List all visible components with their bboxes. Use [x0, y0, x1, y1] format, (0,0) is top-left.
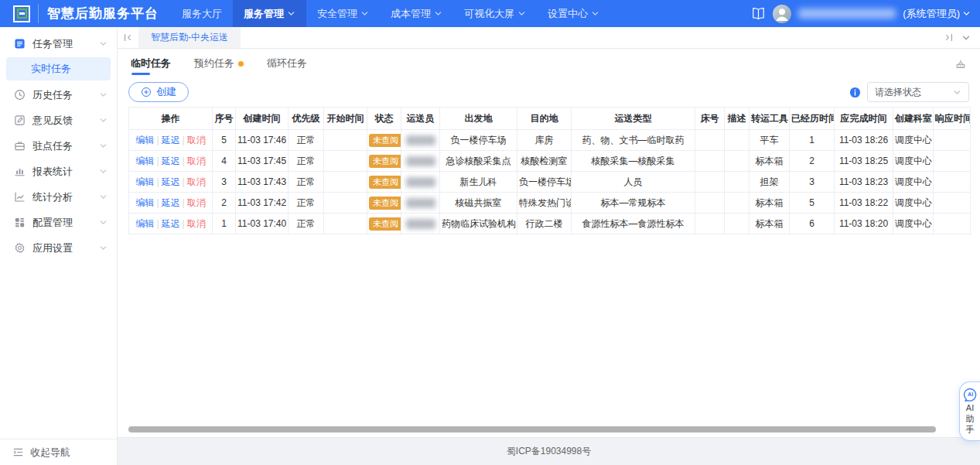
user-role-dropdown[interactable]: (系统管理员): [903, 7, 971, 21]
sidebar-item-feedback[interactable]: 意见反馈: [0, 108, 117, 133]
collapse-nav-button[interactable]: 收起导航: [0, 439, 117, 465]
cell-elapsed: 5: [790, 193, 835, 214]
status-badge: 未查阅: [369, 176, 401, 189]
sidebar-item-statistical-analysis[interactable]: 统计分析: [0, 184, 117, 210]
cell-created: 11-03 17:42: [236, 193, 289, 214]
cell-dept: 调度中心: [893, 214, 934, 234]
sidebar-item-report-statistics[interactable]: 报表统计: [0, 159, 117, 184]
delay-link[interactable]: 延迟: [162, 197, 180, 208]
cell-start: [324, 130, 367, 151]
footer: 蜀ICP备19034998号: [118, 437, 980, 465]
topnav-item-service-hall[interactable]: 服务大厅: [171, 0, 233, 27]
top-navigation: 服务大厅 服务管理 安全管理 成本管理 可视化大屏 设置中心: [171, 0, 610, 27]
tabs-scroll-right-icon[interactable]: [944, 32, 954, 43]
cell-dept: 调度中心: [893, 130, 934, 151]
topnav-item-settings-center[interactable]: 设置中心: [537, 0, 610, 27]
tabs-menu-chevron-icon[interactable]: [961, 33, 971, 43]
topnav-item-cost-management[interactable]: 成本管理: [380, 0, 453, 27]
info-icon[interactable]: [849, 87, 861, 98]
avatar[interactable]: [773, 5, 791, 23]
sidebar-item-app-settings[interactable]: 应用设置: [0, 235, 117, 261]
person-icon: [773, 5, 791, 23]
cell-tool: 标本箱: [750, 193, 790, 214]
cell-type: 药、物、文书—临时取药: [572, 130, 695, 151]
table-row: 编辑|延迟|取消 3 11-03 17:43 正常 未查阅 新生儿科 负一楼停车…: [129, 172, 971, 193]
cell-dept: 调度中心: [893, 172, 934, 193]
chevron-down-icon: [99, 218, 108, 227]
clear-brush-icon[interactable]: [954, 57, 967, 70]
chevron-down-icon: [99, 167, 108, 176]
cancel-link[interactable]: 取消: [187, 176, 206, 187]
cell-start: [324, 172, 367, 193]
notification-dot: [238, 61, 244, 67]
delay-link[interactable]: 延迟: [162, 176, 180, 187]
courier-redacted: [406, 156, 435, 166]
cancel-link[interactable]: 取消: [187, 135, 206, 145]
edit-link[interactable]: 编辑: [135, 156, 154, 166]
topnav-item-visualization[interactable]: 可视化大屏: [453, 0, 537, 27]
edit-link[interactable]: 编辑: [135, 176, 154, 187]
topnav-item-safety-management[interactable]: 安全管理: [306, 0, 380, 27]
cell-type: 人员: [572, 172, 695, 193]
horizontal-scrollbar[interactable]: [128, 426, 936, 433]
delay-link[interactable]: 延迟: [162, 135, 180, 145]
chevron-down-icon: [99, 91, 108, 99]
delay-link[interactable]: 延迟: [162, 156, 180, 166]
cell-priority: 正常: [289, 151, 324, 172]
courier-redacted: [406, 135, 435, 145]
cell-response: [934, 172, 971, 193]
cancel-link[interactable]: 取消: [187, 156, 206, 166]
cell-type: 核酸采集—核酸采集: [572, 151, 695, 172]
cell-due: 11-03 18:22: [835, 193, 893, 214]
cell-from: 药物临床试验机构办公室: [440, 214, 517, 234]
tab-recurring-tasks[interactable]: 循环任务: [267, 49, 307, 78]
create-button[interactable]: 创建: [128, 82, 189, 102]
cell-created: 11-03 17:45: [236, 151, 289, 172]
page-tabstrip: 智慧后勤-中央运送: [118, 27, 980, 49]
delay-link[interactable]: 延迟: [162, 218, 180, 229]
cell-start: [324, 193, 367, 214]
chevron-down-icon: [99, 193, 108, 201]
tab-scheduled-tasks[interactable]: 预约任务: [194, 49, 244, 78]
chevron-down-icon: [99, 244, 108, 252]
tab-temporary-tasks[interactable]: 临时任务: [131, 49, 171, 78]
cell-desc: [725, 172, 750, 193]
cell-to: 库房: [517, 130, 572, 151]
chevron-down-icon: [434, 9, 442, 18]
cell-tool: 标本箱: [750, 151, 790, 172]
cell-priority: 正常: [289, 214, 324, 234]
edit-link[interactable]: 编辑: [135, 218, 154, 229]
tab-central-transport[interactable]: 智慧后勤-中央运送: [138, 27, 241, 48]
cell-seq: 4: [213, 151, 236, 172]
cell-response: [934, 214, 971, 234]
cell-priority: 正常: [289, 172, 324, 193]
courier-redacted: [406, 177, 435, 187]
table-header-row: 操作 序号 创建时间 优先级 开始时间 状态 运送员 出发地 目的地 运送类型 …: [129, 108, 971, 130]
bar-chart-icon: [14, 166, 26, 177]
sidebar-item-task-management[interactable]: 任务管理: [0, 31, 117, 56]
table-row: 编辑|延迟|取消 1 11-03 17:40 正常 未查阅 药物临床试验机构办公…: [129, 214, 971, 234]
cell-from: 负一楼停车场: [440, 130, 517, 151]
sidebar-item-station-tasks[interactable]: 驻点任务: [0, 133, 117, 159]
cell-due: 11-03 18:23: [835, 172, 893, 193]
manual-book-icon[interactable]: [751, 6, 766, 21]
cell-to: 负一楼停车场: [517, 172, 572, 193]
tabs-scroll-left-icon[interactable]: [118, 27, 138, 48]
sidebar-item-configuration[interactable]: 配置管理: [0, 210, 117, 235]
ai-assistant-button[interactable]: AI 助 手: [959, 381, 980, 441]
cell-due: 11-03 18:25: [835, 151, 893, 172]
sidebar-item-realtime-tasks[interactable]: 实时任务: [6, 57, 111, 80]
subtab-bar: 临时任务 预约任务 循环任务: [118, 49, 980, 78]
app-logo-icon: [13, 5, 30, 22]
cancel-link[interactable]: 取消: [187, 218, 206, 229]
topnav-item-service-management[interactable]: 服务管理: [233, 0, 306, 27]
sidebar-item-history-tasks[interactable]: 历史任务: [0, 82, 117, 108]
edit-link[interactable]: 编辑: [135, 135, 154, 145]
edit-link[interactable]: 编辑: [135, 197, 154, 208]
cell-elapsed: 2: [790, 151, 835, 172]
cell-bed: [695, 130, 725, 151]
grid-blocks-icon: [14, 217, 26, 228]
cancel-link[interactable]: 取消: [187, 197, 206, 208]
select-caret-icon: [953, 88, 961, 97]
status-filter-select[interactable]: 请选择状态: [867, 82, 969, 102]
